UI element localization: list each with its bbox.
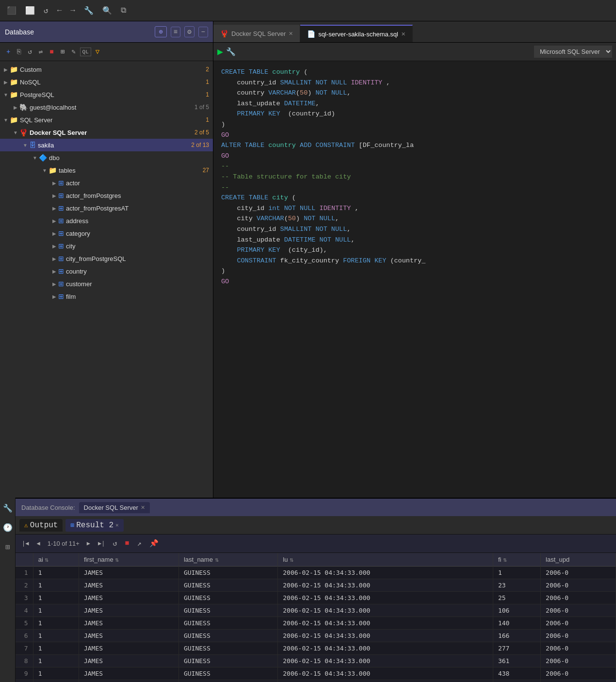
tree-item-city-frompostgresql[interactable]: ▶ ⊞ city_fromPostgreSQL [0, 252, 213, 265]
cell-first-name: JAMES [79, 680, 178, 682]
console-toolbar: ⚠ Output ⊞ Result 2 ✕ [16, 516, 616, 535]
console-connection-tab[interactable]: Docker SQL Server ✕ [79, 502, 150, 513]
col-lu[interactable]: lu ⇅ [278, 553, 493, 567]
output-tab[interactable]: ⚠ Output [19, 519, 63, 532]
console-panel: Database Console: Docker SQL Server ✕ ⚠ … [16, 498, 616, 682]
copy-btn[interactable]: ⎘ [15, 47, 23, 57]
cell-last-upd: 2006-0 [541, 680, 616, 682]
col-fi[interactable]: fi ⇅ [493, 553, 540, 567]
console-label: Database Console: [21, 504, 75, 511]
tree-item-custom[interactable]: ▶ 📁 Custom 2 [0, 63, 213, 76]
prev-page-btn[interactable]: ◀ [34, 539, 42, 548]
tree-item-tables[interactable]: ▼ 📁 tables 27 [0, 164, 213, 177]
table-row[interactable]: 10 1 JAMES GUINESS 2006-02-15 04:34:33.0… [16, 680, 616, 682]
table-row[interactable]: 9 1 JAMES GUINESS 2006-02-15 04:34:33.00… [16, 667, 616, 680]
col-first-name[interactable]: first_name ⇅ [79, 553, 178, 567]
grid-btn[interactable]: ⊞ [58, 46, 67, 57]
wrench-left-icon[interactable]: 🔧 [1, 502, 15, 515]
tree-item-dbo[interactable]: ▼ 🔷 dbo [0, 151, 213, 164]
reload-results-btn[interactable]: ↺ [110, 538, 119, 549]
back-icon[interactable]: ← [54, 4, 65, 17]
stop-results-btn[interactable]: ■ [123, 538, 132, 549]
folder-icon: 📁 [10, 91, 18, 98]
sync-btn[interactable]: ⇌ [36, 46, 45, 57]
cell-last-name: GUINESS [178, 630, 277, 642]
refresh-btn[interactable]: ↺ [25, 46, 34, 57]
cell-last-upd: 2006-0 [541, 592, 616, 604]
arrow-icon: ▼ [12, 130, 19, 135]
search-icon[interactable]: 🔍 [99, 4, 115, 17]
col-ai[interactable]: ai ⇅ [33, 553, 79, 567]
tree-label: film [66, 293, 209, 300]
tree-item-category[interactable]: ▶ ⊞ category [0, 227, 213, 240]
tab-label: sql-server-sakila-schema.sql [318, 31, 398, 38]
stop-btn[interactable]: ■ [47, 47, 56, 57]
tree-item-actor-frompostgresat[interactable]: ▶ ⊞ actor_fromPostgresAT [0, 202, 213, 214]
forward-icon[interactable]: → [67, 4, 78, 17]
tree-item-postgresql[interactable]: ▼ 📁 PostgreSQL 1 [0, 88, 213, 101]
result2-close-btn[interactable]: ✕ [115, 522, 119, 528]
tab-close-btn[interactable]: ✕ [289, 31, 293, 37]
table-row[interactable]: 2 1 JAMES GUINESS 2006-02-15 04:34:33.00… [16, 579, 616, 592]
wrench-button[interactable]: 🔧 [226, 47, 236, 57]
next-page-btn[interactable]: ▶ [84, 539, 93, 548]
tree-item-nosql[interactable]: ▶ 📁 NoSQL 1 [0, 76, 213, 88]
new-window-icon[interactable]: ⬜ [22, 4, 38, 17]
edit-btn[interactable]: ✎ [69, 46, 78, 57]
run-button[interactable]: ▶ [217, 46, 223, 58]
console-tab-close[interactable]: ✕ [141, 504, 145, 511]
sidebar-settings-btn[interactable]: ⚙ [184, 26, 194, 37]
sidebar-collapse-btn[interactable]: − [198, 27, 208, 37]
table-row[interactable]: 4 1 JAMES GUINESS 2006-02-15 04:34:33.00… [16, 604, 616, 617]
results-table: ai ⇅ first_name ⇅ last_name ⇅ lu ⇅ fi ⇅ … [16, 553, 616, 682]
ql-btn[interactable]: QL [80, 48, 91, 56]
tree-item-guest-localhost[interactable]: ▶ 🐘 guest@localhost 1 of 5 [0, 101, 213, 114]
table-row[interactable]: 7 1 JAMES GUINESS 2006-02-15 04:34:33.00… [16, 642, 616, 655]
tree-item-film[interactable]: ▶ ⊞ film [0, 290, 213, 303]
pin-btn[interactable]: 📌 [147, 538, 161, 549]
cell-last-name: GUINESS [178, 579, 277, 592]
grid-left-icon[interactable]: ⊞ [3, 540, 12, 554]
tab-schema-sql[interactable]: 📄 sql-server-sakila-schema.sql ✕ [300, 25, 413, 42]
first-page-btn[interactable]: |◀ [19, 539, 31, 548]
folder-icon: 📁 [10, 65, 18, 73]
table-icon: ⊞ [58, 280, 64, 288]
result2-tab[interactable]: ⊞ Result 2 ✕ [65, 519, 123, 532]
tree-item-actor-frompostgres[interactable]: ▶ ⊞ actor_fromPostgres [0, 189, 213, 202]
sidebar-filter-btn[interactable]: ≡ [171, 27, 180, 37]
cell-lu: 2006-02-15 04:34:33.000 [278, 642, 493, 655]
tree-item-customer[interactable]: ▶ ⊞ customer [0, 277, 213, 290]
tree-item-sqlserver[interactable]: ▼ 📁 SQL Server 1 [0, 114, 213, 126]
table-row[interactable]: 5 1 JAMES GUINESS 2006-02-15 04:34:33.00… [16, 617, 616, 630]
tree-item-docker-sql[interactable]: ▼ 🦞 Docker SQL Server 2 of 5 [0, 126, 213, 139]
connections-icon[interactable]: ⧉ [118, 4, 129, 17]
tab-docker-sql[interactable]: 🦞 Docker SQL Server ✕ [213, 25, 300, 42]
add-connection-btn[interactable]: ⊕ [155, 26, 166, 37]
tree-item-sakila[interactable]: ▼ 🗄 sakila 2 of 13 [0, 139, 213, 151]
table-row[interactable]: 8 1 JAMES GUINESS 2006-02-15 04:34:33.00… [16, 655, 616, 667]
refresh-icon[interactable]: ↺ [41, 4, 51, 17]
tree-item-address[interactable]: ▶ ⊞ address [0, 214, 213, 227]
tree-item-actor[interactable]: ▶ ⊞ actor [0, 177, 213, 189]
tree-label: customer [66, 280, 209, 288]
settings-icon[interactable]: 🔧 [81, 4, 97, 17]
export-btn[interactable]: ↗ [135, 538, 144, 549]
cell-rownum: 5 [16, 617, 33, 630]
cell-rownum: 10 [16, 680, 33, 682]
table-row[interactable]: 1 1 JAMES GUINESS 2006-02-15 04:34:33.00… [16, 567, 616, 579]
add-btn[interactable]: + [4, 47, 13, 57]
tree-item-country[interactable]: ▶ ⊞ country [0, 265, 213, 277]
arrow-icon: ▶ [50, 180, 58, 186]
tree-item-city[interactable]: ▶ ⊞ city [0, 240, 213, 252]
save-icon[interactable]: ⬛ [4, 4, 19, 17]
clock-icon[interactable]: 🕐 [1, 521, 15, 535]
db-selector[interactable]: Microsoft SQL Server [534, 46, 612, 58]
filter-btn[interactable]: ▽ [93, 46, 102, 57]
last-page-btn[interactable]: ▶| [96, 539, 107, 548]
code-editor[interactable]: CREATE TABLE country ( country_id SMALLI… [213, 61, 616, 498]
table-row[interactable]: 6 1 JAMES GUINESS 2006-02-15 04:34:33.00… [16, 630, 616, 642]
tab-close-btn[interactable]: ✕ [401, 31, 405, 37]
col-last-upd[interactable]: last_upd [541, 553, 616, 567]
table-row[interactable]: 3 1 JAMES GUINESS 2006-02-15 04:34:33.00… [16, 592, 616, 604]
col-last-name[interactable]: last_name ⇅ [178, 553, 277, 567]
